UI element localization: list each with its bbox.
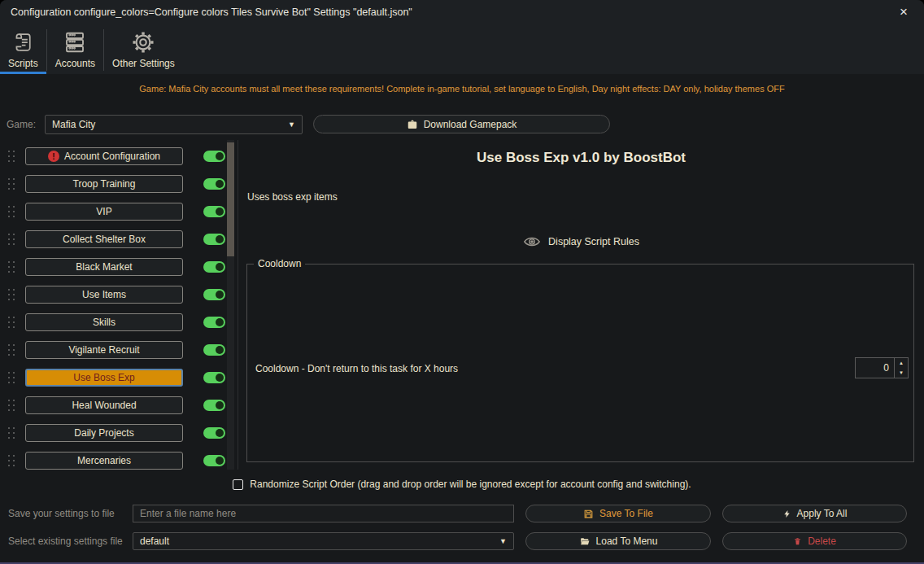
server-icon	[63, 29, 87, 55]
script-item-label: Account Configuration	[64, 151, 160, 162]
script-item-button[interactable]: ! Daily Projects	[25, 424, 183, 442]
apply-to-all-label: Apply To All	[797, 508, 848, 519]
eye-icon	[523, 234, 541, 249]
folder-icon	[579, 536, 591, 547]
script-toggle[interactable]	[203, 455, 225, 466]
tab-label: Accounts	[55, 58, 95, 69]
lightning-icon	[782, 509, 791, 519]
script-description: Uses boss exp items	[247, 191, 338, 203]
sidebar-scrollbar-thumb[interactable]	[227, 142, 234, 256]
spinner-down-icon[interactable]: ▼	[895, 368, 908, 378]
drag-handle-icon[interactable]	[7, 205, 16, 218]
file-name-input[interactable]	[133, 505, 514, 522]
warning-icon: !	[48, 151, 59, 162]
script-toggle[interactable]	[203, 317, 225, 328]
script-toggle[interactable]	[203, 427, 225, 439]
apply-to-all-button[interactable]: Apply To All	[722, 505, 907, 522]
script-title: Use Boss Exp v1.0 by BoostBot	[238, 150, 924, 166]
display-script-rules-button[interactable]: Display Script Rules	[238, 234, 924, 249]
script-sidebar: ! Account Configuration ! Troop Training…	[0, 140, 238, 470]
tab-bar: Scripts Accounts	[0, 24, 924, 74]
script-item-label: Troop Training	[73, 178, 136, 190]
drag-handle-icon[interactable]	[7, 233, 16, 246]
script-item-label: VIP	[96, 206, 111, 217]
sidebar-scrollbar-track[interactable]	[227, 140, 234, 470]
script-item-label: Use Items	[82, 289, 126, 300]
script-toggle[interactable]	[203, 178, 225, 190]
gear-icon	[130, 29, 156, 55]
script-list: ! Account Configuration ! Troop Training…	[0, 147, 238, 470]
script-item-label: Collect Shelter Box	[63, 234, 146, 245]
save-to-file-button[interactable]: Save To File	[525, 505, 711, 522]
script-toggle[interactable]	[203, 261, 225, 273]
drag-handle-icon[interactable]	[7, 288, 16, 301]
tab-other-settings[interactable]: Other Settings	[104, 24, 183, 74]
load-settings-row: Select existing settings file default ▼ …	[0, 532, 924, 550]
save-to-file-label: Save To File	[599, 508, 653, 519]
script-item-button[interactable]: ! Heal Wounded	[25, 396, 183, 414]
load-to-menu-button[interactable]: Load To Menu	[525, 532, 711, 550]
script-toggle[interactable]	[203, 400, 225, 411]
drag-handle-icon[interactable]	[7, 316, 16, 329]
randomize-label: Randomize Script Order (drag and drop or…	[250, 479, 691, 490]
cooldown-row-label: Cooldown - Don't return to this task for…	[255, 363, 458, 374]
title-bar: Configuration configure_colors=Configure…	[0, 0, 924, 24]
script-item-button[interactable]: ! Mercenaries	[25, 452, 183, 470]
save-settings-row: Save your settings to file Save To File …	[0, 505, 924, 522]
download-gamepack-button[interactable]: Download Gamepack	[313, 115, 610, 133]
script-toggle[interactable]	[203, 151, 225, 162]
script-row: ! Use Items	[0, 286, 238, 304]
script-toggle[interactable]	[203, 372, 225, 383]
script-toggle[interactable]	[203, 289, 225, 300]
spinner-up-icon[interactable]: ▲	[895, 358, 908, 368]
cooldown-groupbox: Cooldown Cooldown - Don't return to this…	[246, 264, 914, 462]
cooldown-spinner: 0 ▲ ▼	[855, 357, 909, 378]
script-item-button[interactable]: ! VIP	[25, 203, 183, 221]
drag-handle-icon[interactable]	[7, 177, 16, 190]
drag-handle-icon[interactable]	[7, 454, 16, 467]
drag-handle-icon[interactable]	[7, 371, 16, 384]
settings-file-value: default	[140, 536, 169, 547]
script-toggle[interactable]	[203, 206, 225, 217]
close-icon[interactable]: ×	[891, 2, 916, 23]
script-item-button[interactable]: ! Use Items	[25, 286, 183, 304]
tab-scripts[interactable]: Scripts	[0, 24, 46, 74]
script-item-button[interactable]: ! Collect Shelter Box	[25, 230, 183, 248]
script-item-button[interactable]: ! Use Boss Exp	[25, 369, 183, 387]
script-item-button[interactable]: ! Vigilante Recruit	[25, 341, 183, 359]
drag-handle-icon[interactable]	[7, 260, 16, 273]
game-label: Game:	[7, 114, 36, 135]
script-toggle[interactable]	[203, 234, 225, 245]
delete-label: Delete	[808, 536, 836, 547]
tab-accounts[interactable]: Accounts	[47, 24, 103, 74]
script-item-button[interactable]: ! Skills	[25, 313, 183, 331]
drag-handle-icon[interactable]	[7, 399, 16, 412]
randomize-row: Randomize Script Order (drag and drop or…	[0, 476, 924, 492]
game-requirements-warning: Game: Mafia City accounts must all meet …	[0, 84, 924, 94]
script-row: ! Black Market	[0, 258, 238, 276]
delete-button[interactable]: Delete	[722, 532, 907, 550]
script-row: ! Vigilante Recruit	[0, 341, 238, 359]
script-row: ! Heal Wounded	[0, 396, 238, 414]
drag-handle-icon[interactable]	[7, 426, 16, 439]
display-script-rules-label: Display Script Rules	[548, 236, 639, 247]
briefcase-icon	[407, 119, 418, 130]
content-area: ! Account Configuration ! Troop Training…	[0, 140, 924, 470]
game-select[interactable]: Mafia City ▼	[45, 115, 303, 134]
settings-file-select[interactable]: default ▼	[133, 532, 514, 550]
script-toggle[interactable]	[203, 344, 225, 356]
script-row: ! Use Boss Exp	[0, 369, 238, 387]
script-item-button[interactable]: ! Account Configuration	[25, 147, 183, 165]
cooldown-value-input[interactable]: 0	[855, 357, 895, 378]
scroll-icon	[11, 29, 34, 55]
script-item-label: Heal Wounded	[72, 400, 136, 411]
script-row: ! Mercenaries	[0, 452, 238, 470]
save-settings-label: Save your settings to file	[8, 505, 115, 522]
drag-handle-icon[interactable]	[7, 150, 16, 163]
randomize-checkbox[interactable]	[233, 479, 243, 490]
drag-handle-icon[interactable]	[7, 343, 16, 356]
script-item-button[interactable]: ! Black Market	[25, 258, 183, 276]
script-item-button[interactable]: ! Troop Training	[25, 175, 183, 193]
chevron-down-icon: ▼	[499, 537, 507, 545]
download-gamepack-label: Download Gamepack	[424, 119, 517, 130]
